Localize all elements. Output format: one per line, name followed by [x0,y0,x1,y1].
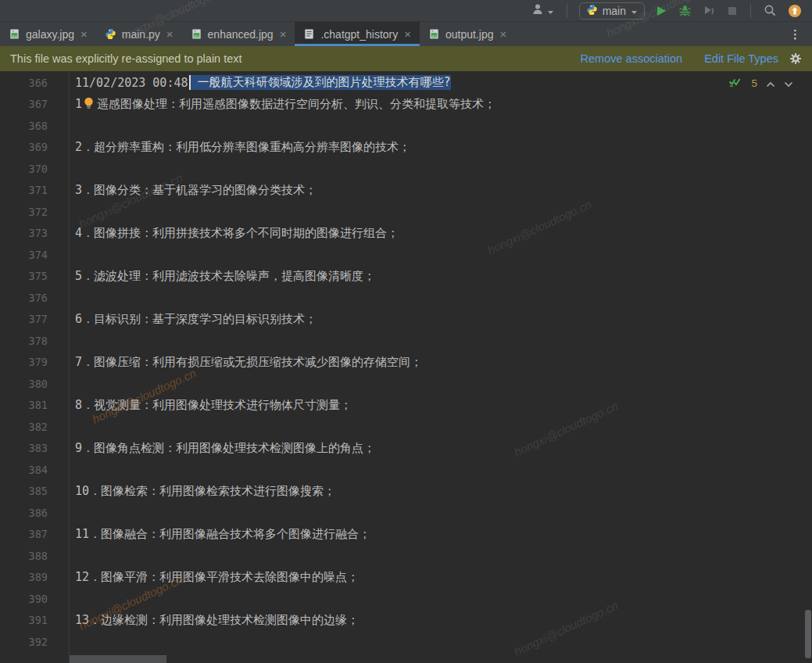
close-icon[interactable]: × [404,28,411,40]
run-config-label: main [603,5,626,17]
line-content: 5．滤波处理：利用滤波技术去除噪声，提高图像清晰度； [69,269,375,284]
close-icon[interactable]: × [166,28,173,40]
profiler-button[interactable] [699,2,720,19]
editor-line: 3818．视觉测量：利用图像处理技术进行物体尺寸测量； [0,395,812,417]
tab-enhanced-jpg[interactable]: enhanced.jpg× [182,22,295,46]
double-check-icon [728,76,742,91]
editor-line: 376 [0,287,812,309]
run-button[interactable] [651,3,671,19]
close-icon[interactable]: × [80,28,88,40]
next-occurrence-button[interactable] [784,77,793,91]
occurrences-widget: 5 [728,76,793,91]
editor-line: 388 [0,545,812,567]
stop-button[interactable] [723,4,742,18]
line-number: 384 [0,459,69,481]
line-content: 8．视觉测量：利用图像处理技术进行物体尺寸测量； [69,398,352,413]
editor-line: 38510．图像检索：利用图像检索技术进行图像搜索； [0,481,812,503]
line-text: 11．图像融合：利用图像融合技术将多个图像进行融合； [75,527,370,542]
line-text: 10．图像检索：利用图像检索技术进行图像搜索； [75,484,335,499]
chevron-down-icon [631,5,638,17]
editor-line: 368 [0,115,812,137]
editor-tab-bar: galaxy.jpg×main.py×enhanced.jpg×.chatgpt… [0,22,812,46]
editor-line: 3692．超分辨率重构：利用低分辨率图像重构高分辨率图像的技术； [0,137,812,159]
line-number: 373 [0,223,69,245]
line-number: 379 [0,352,69,374]
debug-button[interactable] [674,2,696,19]
editor-line: 3734．图像拼接：利用拼接技术将多个不同时期的图像进行组合； [0,223,812,245]
gear-icon[interactable] [789,52,802,65]
toolbar-divider [567,4,567,18]
editor-line: 372 [0,201,812,223]
editor-line: 3776．目标识别：基于深度学习的目标识别技术； [0,309,812,331]
remove-association-link[interactable]: Remove association [581,52,683,65]
list-number: 1 [75,97,82,111]
toolbar-divider [750,4,751,18]
line-number: 377 [0,309,69,331]
tab-label: main.py [122,28,160,41]
python-file-icon [105,28,116,40]
line-number: 374 [0,244,69,266]
previous-occurrence-button[interactable] [766,77,775,91]
line-number: 388 [0,545,69,567]
edit-file-types-link[interactable]: Edit File Types [704,52,778,65]
editor-line: 3839．图像角点检测：利用图像处理技术检测图像上的角点； [0,438,812,460]
more-options-icon[interactable]: ⋮ [778,22,812,46]
tab-label: .chatgpt_history [320,28,398,41]
file-type-banner: This file was explicitly re-assigned to … [0,46,812,71]
line-number: 366 [0,72,69,94]
line-content: 7．图像压缩：利用有损压缩或无损压缩技术减少图像的存储空间； [69,355,422,370]
run-configuration-selector[interactable]: main [579,2,645,20]
editor-line: 386 [0,502,812,524]
selected-text: 一般航天科研领域涉及到的图片处理技术有哪些? [191,75,451,90]
editor-line: 38912．图像平滑：利用图像平滑技术去除图像中的噪点； [0,567,812,589]
banner-message: This file was explicitly re-assigned to … [10,52,242,65]
line-number: 383 [0,438,69,460]
occurrence-count: 5 [751,77,757,89]
main-toolbar: main [0,0,812,22]
line-content: 1遥感图像处理：利用遥感图像数据进行空间分析、判识、分类和提取等技术； [69,96,495,113]
line-number: 385 [0,481,69,503]
text-file-icon [303,28,315,40]
user-account-button[interactable] [528,1,558,21]
line-number: 380 [0,373,69,395]
line-content: 6．目标识别：基于深度学习的目标识别技术； [69,312,317,327]
line-content: 3．图像分类：基于机器学习的图像分类技术； [69,183,317,198]
tab-label: galaxy.jpg [26,28,74,41]
editor-line: 3797．图像压缩：利用有损压缩或无损压缩技术减少图像的存储空间； [0,352,812,374]
tab-chatgpt-history[interactable]: .chatgpt_history× [295,22,420,46]
tab-galaxy-jpg[interactable]: galaxy.jpg× [0,22,96,46]
line-text: 9．图像角点检测：利用图像处理技术检测图像上的角点； [75,441,375,456]
line-number: 378 [0,330,69,352]
line-content: 4．图像拼接：利用拼接技术将多个不同时期的图像进行组合； [69,226,399,241]
image-file-icon [9,28,20,40]
tab-main-py[interactable]: main.py× [96,22,182,46]
tab-output-jpg[interactable]: output.jpg× [420,22,515,46]
editor-line: 3671遥感图像处理：利用遥感图像数据进行空间分析、判识、分类和提取等技术； [0,94,812,116]
editor-line: 378 [0,330,812,352]
editor-pane[interactable]: 36611/02/2023 00:48 一般航天科研领域涉及到的图片处理技术有哪… [0,72,812,663]
editor-line: 36611/02/2023 00:48 一般航天科研领域涉及到的图片处理技术有哪… [0,72,812,94]
line-text: 遥感图像处理：利用遥感图像数据进行空间分析、判识、分类和提取等技术； [97,97,495,112]
tab-label: output.jpg [445,28,494,41]
editor-line: 380 [0,373,812,395]
line-text: 5．滤波处理：利用滤波技术去除噪声，提高图像清晰度； [75,269,375,284]
user-icon [531,2,546,20]
line-text: 12．图像平滑：利用图像平滑技术去除图像中的噪点； [75,570,359,585]
line-number: 382 [0,416,69,438]
editor-line: 382 [0,416,812,438]
close-icon[interactable]: × [280,28,287,40]
line-number: 370 [0,158,69,180]
vertical-scrollbar[interactable] [805,610,811,658]
close-icon[interactable]: × [500,28,507,40]
image-file-icon [428,28,440,40]
line-content: 9．图像角点检测：利用图像处理技术检测图像上的角点； [69,441,375,456]
intention-bulb-icon[interactable] [83,97,95,113]
line-number: 386 [0,502,69,524]
line-number: 390 [0,588,69,610]
update-notification-icon[interactable] [784,2,806,20]
search-everywhere-icon[interactable] [760,2,781,19]
chevron-down-icon [547,4,554,18]
line-text: 7．图像压缩：利用有损压缩或无损压缩技术减少图像的存储空间； [75,355,422,370]
line-number: 367 [0,94,69,116]
python-icon [586,4,598,18]
